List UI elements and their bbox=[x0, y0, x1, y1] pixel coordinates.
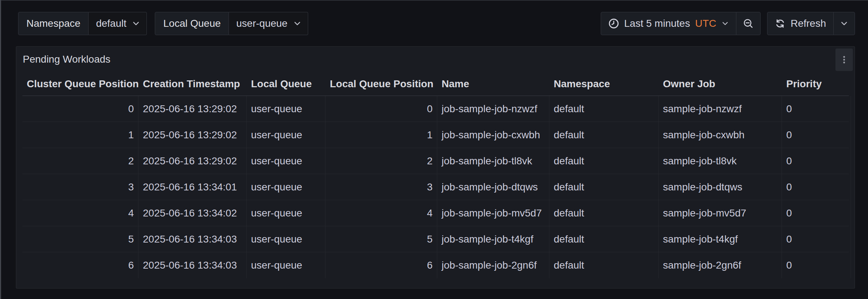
cell-name: job-sample-job-mv5d7 bbox=[437, 200, 549, 226]
variable-local-queue-select[interactable]: user-queue bbox=[229, 12, 308, 35]
column-header-creation-timestamp[interactable]: Creation Timestamp bbox=[139, 72, 247, 96]
refresh-label: Refresh bbox=[791, 18, 826, 29]
column-header-local-queue[interactable]: Local Queue bbox=[247, 72, 326, 96]
time-controls: Last 5 minutes UTC bbox=[601, 12, 855, 35]
panel-title[interactable]: Pending Workloads bbox=[23, 54, 110, 65]
time-range-label: Last 5 minutes bbox=[624, 18, 690, 29]
cell-owner-job: sample-job-nzwzf bbox=[659, 96, 782, 122]
refresh-button[interactable]: Refresh bbox=[767, 12, 834, 35]
pending-workloads-panel: Pending Workloads Cluster Queue Position… bbox=[16, 46, 855, 289]
cell-local-queue-position: 3 bbox=[326, 174, 437, 200]
table-header-row: Cluster Queue PositionCreation Timestamp… bbox=[22, 72, 849, 96]
cell-creation-timestamp: 2025-06-16 13:29:02 bbox=[139, 96, 247, 122]
cell-owner-job: sample-job-dtqws bbox=[659, 174, 782, 200]
cell-namespace: default bbox=[549, 200, 659, 226]
variable-namespace-value: default bbox=[96, 18, 126, 29]
refresh-group: Refresh bbox=[767, 12, 855, 35]
clock-icon bbox=[608, 18, 619, 29]
cell-priority: 0 bbox=[782, 226, 851, 252]
cell-cluster-queue-position: 5 bbox=[22, 226, 139, 252]
cell-owner-job: sample-job-tl8vk bbox=[659, 148, 782, 174]
cell-name: job-sample-job-dtqws bbox=[437, 174, 549, 200]
cell-priority: 0 bbox=[782, 96, 851, 122]
variable-namespace-select[interactable]: default bbox=[89, 12, 147, 35]
cell-local-queue-position: 4 bbox=[326, 200, 437, 226]
cell-creation-timestamp: 2025-06-16 13:29:02 bbox=[139, 122, 247, 148]
panel-menu-button[interactable] bbox=[835, 49, 853, 71]
table-row: 62025-06-16 13:34:03user-queue6job-sampl… bbox=[22, 252, 849, 278]
cell-priority: 0 bbox=[782, 252, 851, 278]
cell-local-queue: user-queue bbox=[247, 122, 326, 148]
time-zoom-out-button[interactable] bbox=[736, 12, 761, 35]
cell-name: job-sample-job-t4kgf bbox=[437, 226, 549, 252]
column-header-owner-job[interactable]: Owner Job bbox=[659, 72, 782, 96]
cell-local-queue-position: 5 bbox=[326, 226, 437, 252]
cell-cluster-queue-position: 2 bbox=[22, 148, 139, 174]
cell-creation-timestamp: 2025-06-16 13:34:03 bbox=[139, 252, 247, 278]
variable-namespace: Namespace default bbox=[18, 12, 147, 35]
refresh-interval-dropdown[interactable] bbox=[833, 12, 855, 35]
cell-local-queue-position: 2 bbox=[326, 148, 437, 174]
cell-owner-job: sample-job-cxwbh bbox=[659, 122, 782, 148]
table-body: 02025-06-16 13:29:02user-queue0job-sampl… bbox=[22, 96, 849, 278]
cell-priority: 0 bbox=[782, 148, 851, 174]
panel-header: Pending Workloads bbox=[16, 47, 855, 72]
cell-namespace: default bbox=[549, 96, 659, 122]
magnifier-minus-icon bbox=[743, 18, 754, 29]
dashboard-toolbar: Namespace default Local Queue user-queue bbox=[18, 12, 855, 35]
table-row: 32025-06-16 13:34:01user-queue3job-sampl… bbox=[22, 174, 849, 200]
cell-creation-timestamp: 2025-06-16 13:34:03 bbox=[139, 226, 247, 252]
column-header-name[interactable]: Name bbox=[437, 72, 549, 96]
chevron-down-icon bbox=[840, 20, 848, 28]
variable-local-queue-value: user-queue bbox=[236, 18, 288, 29]
column-header-local-queue-position[interactable]: Local Queue Position bbox=[326, 72, 437, 96]
variable-local-queue-label: Local Queue bbox=[155, 12, 229, 35]
chevron-down-icon bbox=[132, 20, 140, 28]
time-picker-group: Last 5 minutes UTC bbox=[601, 12, 761, 35]
cell-name: job-sample-job-nzwzf bbox=[437, 96, 549, 122]
table-row: 22025-06-16 13:29:02user-queue2job-sampl… bbox=[22, 148, 849, 174]
cell-name: job-sample-job-2gn6f bbox=[437, 252, 549, 278]
cell-creation-timestamp: 2025-06-16 13:34:01 bbox=[139, 174, 247, 200]
cell-name: job-sample-job-tl8vk bbox=[437, 148, 549, 174]
cell-name: job-sample-job-cxwbh bbox=[437, 122, 549, 148]
cell-owner-job: sample-job-t4kgf bbox=[659, 226, 782, 252]
table-row: 52025-06-16 13:34:03user-queue5job-sampl… bbox=[22, 226, 849, 252]
cell-namespace: default bbox=[549, 148, 659, 174]
table-row: 42025-06-16 13:34:02user-queue4job-sampl… bbox=[22, 200, 849, 226]
cell-local-queue-position: 1 bbox=[326, 122, 437, 148]
variable-namespace-label: Namespace bbox=[18, 12, 89, 35]
table-row: 02025-06-16 13:29:02user-queue0job-sampl… bbox=[22, 96, 849, 122]
timezone-label: UTC bbox=[695, 18, 716, 29]
cell-cluster-queue-position: 6 bbox=[22, 252, 139, 278]
cell-local-queue: user-queue bbox=[247, 200, 326, 226]
cell-creation-timestamp: 2025-06-16 13:34:02 bbox=[139, 200, 247, 226]
column-header-priority[interactable]: Priority bbox=[782, 72, 851, 96]
cell-cluster-queue-position: 4 bbox=[22, 200, 139, 226]
cell-local-queue: user-queue bbox=[247, 226, 326, 252]
variable-local-queue: Local Queue user-queue bbox=[155, 12, 308, 35]
cell-namespace: default bbox=[549, 252, 659, 278]
cell-local-queue-position: 0 bbox=[326, 96, 437, 122]
cell-owner-job: sample-job-mv5d7 bbox=[659, 200, 782, 226]
cell-namespace: default bbox=[549, 174, 659, 200]
column-header-namespace[interactable]: Namespace bbox=[549, 72, 659, 96]
pending-workloads-table: Cluster Queue PositionCreation Timestamp… bbox=[22, 72, 849, 278]
cell-priority: 0 bbox=[782, 174, 851, 200]
chevron-down-icon bbox=[293, 20, 301, 28]
kebab-vertical-icon bbox=[839, 55, 849, 64]
grafana-dashboard: Namespace default Local Queue user-queue bbox=[0, 0, 868, 299]
cell-priority: 0 bbox=[782, 200, 851, 226]
cell-owner-job: sample-job-2gn6f bbox=[659, 252, 782, 278]
variables-bar: Namespace default Local Queue user-queue bbox=[18, 12, 308, 35]
cell-local-queue: user-queue bbox=[247, 148, 326, 174]
cell-local-queue: user-queue bbox=[247, 252, 326, 278]
cell-namespace: default bbox=[549, 122, 659, 148]
cell-local-queue-position: 6 bbox=[326, 252, 437, 278]
chevron-down-icon bbox=[722, 20, 729, 27]
cell-cluster-queue-position: 3 bbox=[22, 174, 139, 200]
cell-local-queue: user-queue bbox=[247, 174, 326, 200]
cell-priority: 0 bbox=[782, 122, 851, 148]
column-header-cluster-queue-position[interactable]: Cluster Queue Position bbox=[22, 72, 139, 96]
time-picker-button[interactable]: Last 5 minutes UTC bbox=[601, 12, 736, 35]
